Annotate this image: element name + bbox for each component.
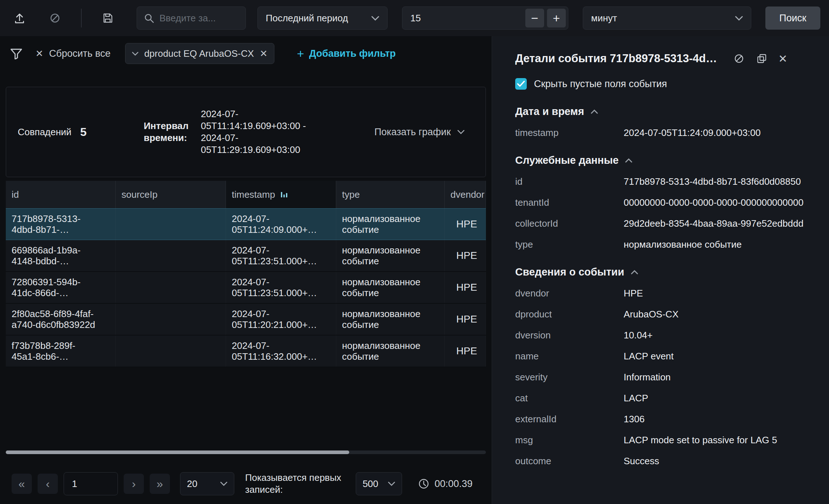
- show-chart-label: Показать график: [374, 127, 450, 138]
- field-key: cat: [515, 392, 624, 404]
- details-header: Детали события 717b8978-5313-4d… ✕: [492, 36, 829, 65]
- interval-input[interactable]: [402, 13, 522, 24]
- cell-timestamp: 2024-07- 05T11:20:21.000+…: [226, 304, 336, 335]
- increment-button[interactable]: +: [547, 9, 566, 27]
- column-header-sourceip[interactable]: sourceIp: [116, 181, 226, 208]
- search-input[interactable]: [159, 13, 239, 24]
- filter-chip-label: dproduct EQ ArubaOS-CX: [144, 48, 254, 59]
- field-key: tenantId: [515, 197, 624, 208]
- sort-icon: [280, 191, 288, 198]
- interval-stepper: − +: [402, 7, 568, 30]
- table-row[interactable]: 72806391-594b- 41dc-866d-… 2024-07- 05T1…: [6, 272, 486, 304]
- filter-funnel-icon[interactable]: [10, 48, 22, 59]
- interval-label: Интервал времени:: [144, 120, 198, 144]
- detail-field: tenantId 00000000-0000-0000-0000-0000000…: [515, 197, 815, 208]
- disable-button[interactable]: [46, 9, 64, 27]
- field-value: ArubaOS-CX: [624, 308, 815, 320]
- detail-field: outcome Success: [515, 455, 815, 467]
- add-filter-button[interactable]: + Добавить фильтр: [297, 47, 396, 61]
- hide-empty-label: Скрыть пустые поля события: [534, 78, 667, 90]
- field-value: LACP: [624, 392, 815, 404]
- table-row[interactable]: f73b78b8-289f- 45a1-8cb6-… 2024-07- 05T1…: [6, 336, 486, 367]
- field-key: type: [515, 239, 624, 250]
- field-key: dvendor: [515, 287, 624, 299]
- top-toolbar: Последний период − + минут Поиск: [0, 0, 829, 36]
- reset-filters-label: Сбросить все: [49, 48, 111, 59]
- detail-field: cat LACP: [515, 392, 815, 404]
- next-page-button[interactable]: ›: [124, 474, 144, 494]
- cell-id: f73b78b8-289f- 45a1-8cb6-…: [6, 336, 116, 367]
- period-select[interactable]: Последний период: [257, 7, 388, 30]
- horizontal-scrollbar[interactable]: [6, 450, 486, 454]
- upload-button[interactable]: [10, 9, 29, 27]
- close-icon: ✕: [35, 48, 43, 59]
- cell-timestamp: 2024-07- 05T11:24:09.000+…: [226, 209, 336, 240]
- column-header-type[interactable]: type: [336, 181, 445, 208]
- show-chart-button[interactable]: Показать график: [374, 127, 464, 138]
- unit-select-value: минут: [591, 13, 617, 24]
- table-row[interactable]: 2f80ac58-6f89-4faf- a740-d6c0fb83922d 20…: [6, 304, 486, 336]
- field-key: dproduct: [515, 308, 624, 320]
- details-title: Детали события 717b8978-5313-4d…: [515, 52, 722, 65]
- check-icon: [517, 81, 525, 87]
- field-value: нормализованное событие: [624, 239, 815, 250]
- copy-button[interactable]: [756, 53, 768, 64]
- cell-timestamp: 2024-07- 05T11:16:32.000+…: [226, 336, 336, 367]
- column-header-id[interactable]: id: [6, 181, 116, 208]
- field-value: 29d2deeb-8354-4baa-89aa-997e52edbddd: [624, 218, 815, 229]
- chevron-down-icon: [388, 482, 395, 486]
- event-details-panel: Детали события 717b8978-5313-4d… ✕ Скрыт…: [492, 36, 829, 504]
- field-value: 10.04+: [624, 329, 815, 341]
- cell-type: нормализованное событие: [336, 336, 445, 367]
- decrement-button[interactable]: −: [525, 9, 544, 27]
- filter-chip-dproduct[interactable]: dproduct EQ ArubaOS-CX ✕: [125, 43, 274, 64]
- reset-filters-button[interactable]: ✕ Сбросить все: [35, 48, 111, 59]
- first-page-button[interactable]: «: [12, 474, 32, 494]
- cell-dvendor: HPE: [445, 240, 486, 271]
- field-value: 00000000-0000-0000-0000-000000000000: [624, 197, 815, 208]
- column-header-timestamp[interactable]: timestamp: [226, 181, 336, 208]
- chevron-down-icon: [371, 16, 379, 21]
- events-table: id sourceIp timestamp type dvendor 717b8…: [6, 181, 486, 367]
- table-row[interactable]: 669866ad-1b9a- 4148-bdbd-… 2024-07- 05T1…: [6, 240, 486, 272]
- chevron-down-icon: [132, 52, 138, 56]
- record-limit-select[interactable]: 500: [356, 472, 402, 495]
- page-number-input[interactable]: [64, 472, 118, 495]
- cell-dvendor: HPE: [445, 209, 486, 240]
- matches-label: Совпадений: [18, 127, 72, 138]
- scrollbar-thumb[interactable]: [6, 450, 349, 454]
- showing-records-label: Показывается первых записей:: [245, 472, 341, 496]
- period-select-value: Последний период: [266, 13, 348, 24]
- field-value: LACP event: [624, 350, 815, 362]
- detail-field: severity Information: [515, 371, 815, 383]
- query-time: 00:00.39: [418, 478, 473, 490]
- matches-value: 5: [80, 125, 87, 139]
- cell-timestamp: 2024-07- 05T11:23:51.000+…: [226, 240, 336, 271]
- last-page-button[interactable]: »: [150, 474, 170, 494]
- table-row[interactable]: 717b8978-5313- 4dbd-8b71-… 2024-07- 05T1…: [6, 208, 486, 240]
- cell-timestamp: 2024-07- 05T11:23:51.000+…: [226, 272, 336, 303]
- chevron-down-icon: [735, 16, 743, 21]
- page-size-select[interactable]: 20: [180, 472, 234, 495]
- field-value: 1306: [624, 413, 815, 425]
- circle-slash-icon: [48, 12, 61, 25]
- section-header-event-info[interactable]: Сведения о событии: [515, 266, 815, 278]
- field-key: name: [515, 350, 624, 362]
- details-disable-button[interactable]: [733, 52, 745, 65]
- save-button[interactable]: [98, 9, 117, 27]
- unit-select[interactable]: минут: [583, 7, 751, 30]
- column-header-dvendor[interactable]: dvendor: [445, 181, 486, 208]
- matches-count: Совпадений 5: [18, 125, 86, 139]
- filter-bar: ✕ Сбросить все dproduct EQ ArubaOS-CX ✕ …: [0, 36, 492, 71]
- cell-type: нормализованное событие: [336, 240, 445, 271]
- hide-empty-checkbox[interactable]: [515, 78, 527, 90]
- circle-slash-icon: [733, 52, 745, 65]
- remove-filter-icon[interactable]: ✕: [260, 48, 268, 59]
- table-header-row: id sourceIp timestamp type dvendor: [6, 181, 486, 208]
- close-details-button[interactable]: ✕: [778, 52, 787, 65]
- search-button[interactable]: Поиск: [765, 7, 820, 30]
- pagination-bar: « ‹ › » 20 Показывается первых записей: …: [0, 464, 492, 504]
- section-header-datetime[interactable]: Дата и время: [515, 106, 815, 118]
- prev-page-button[interactable]: ‹: [38, 474, 58, 494]
- section-header-service[interactable]: Служебные данные: [515, 154, 815, 166]
